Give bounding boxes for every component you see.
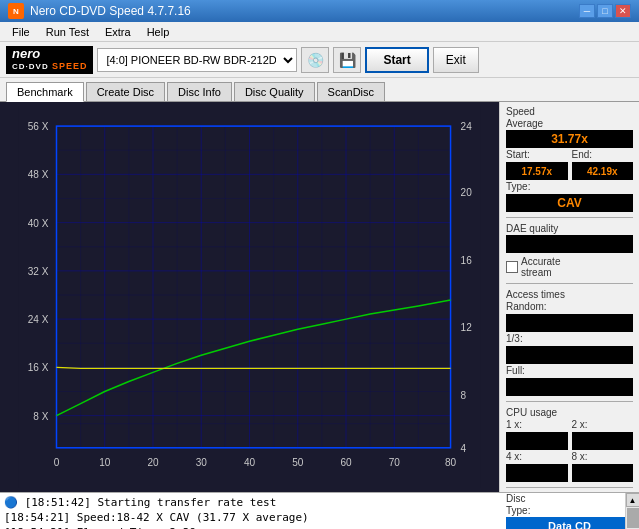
tab-create-disc[interactable]: Create Disc (86, 82, 165, 101)
end-value: 42.19x (572, 162, 634, 180)
full-label: Full: (506, 365, 633, 376)
log-line-2: [18:54:21] Speed:18-42 X CAV (31.77 X av… (4, 510, 621, 525)
svg-text:20: 20 (147, 457, 159, 468)
menu-bar: File Run Test Extra Help (0, 22, 639, 42)
tab-scan-disc[interactable]: ScanDisc (317, 82, 385, 101)
svg-text:80: 80 (445, 457, 457, 468)
svg-text:70: 70 (389, 457, 401, 468)
menu-file[interactable]: File (4, 24, 38, 40)
cpu1x-value (506, 432, 568, 450)
cpu-label: CPU usage (506, 407, 633, 418)
accurate-label: Accuratestream (521, 256, 560, 278)
random-label: Random: (506, 301, 633, 312)
main-area: 56 X 48 X 40 X 32 X 24 X 16 X 8 X 24 20 … (0, 102, 639, 492)
svg-text:60: 60 (340, 457, 352, 468)
speed-section: Speed Average 31.77x Start: 17.57x End: … (506, 106, 633, 212)
one-third-label: 1/3: (506, 333, 633, 344)
cpu1x-label: 1 x: (506, 419, 568, 430)
tab-disc-quality[interactable]: Disc Quality (234, 82, 315, 101)
app-icon: N (8, 3, 24, 19)
log-line-1: 🔵 [18:51:42] Starting transfer rate test (4, 495, 621, 510)
svg-text:10: 10 (99, 457, 111, 468)
log-content: 🔵 [18:51:42] Starting transfer rate test… (0, 493, 625, 529)
right-panel: Speed Average 31.77x Start: 17.57x End: … (499, 102, 639, 492)
svg-text:32 X: 32 X (28, 266, 49, 277)
title-bar: N Nero CD-DVD Speed 4.7.7.16 ─ □ ✕ (0, 0, 639, 22)
svg-text:16 X: 16 X (28, 362, 49, 373)
disc-icon-button[interactable]: 💿 (301, 47, 329, 73)
cpu4x-value (506, 464, 568, 482)
average-label: Average (506, 118, 633, 129)
tab-disc-info[interactable]: Disc Info (167, 82, 232, 101)
end-label: End: (572, 149, 634, 160)
title-bar-left: N Nero CD-DVD Speed 4.7.7.16 (8, 3, 191, 19)
svg-text:20: 20 (461, 187, 473, 198)
svg-text:40 X: 40 X (28, 218, 49, 229)
svg-text:30: 30 (196, 457, 208, 468)
cpu2x-value (572, 432, 634, 450)
menu-extra[interactable]: Extra (97, 24, 139, 40)
average-value: 31.77x (506, 130, 633, 148)
one-third-value (506, 346, 633, 364)
accurate-stream-checkbox[interactable] (506, 261, 518, 273)
svg-text:8: 8 (461, 390, 467, 401)
toolbar: nero CD·DVD SPEED [4:0] PIONEER BD-RW BD… (0, 42, 639, 78)
tab-benchmark[interactable]: Benchmark (6, 82, 84, 102)
dae-label: DAE quality (506, 223, 633, 234)
dae-section: DAE quality Accuratestream (506, 223, 633, 278)
menu-run-test[interactable]: Run Test (38, 24, 97, 40)
cpu8x-value (572, 464, 634, 482)
svg-text:24: 24 (461, 121, 473, 132)
chart-svg: 56 X 48 X 40 X 32 X 24 X 16 X 8 X 24 20 … (4, 106, 495, 488)
type-label: Type: (506, 181, 633, 192)
svg-text:40: 40 (244, 457, 256, 468)
cpu2x-label: 2 x: (572, 419, 634, 430)
log-scrollbar[interactable]: ▲ ▼ (625, 493, 639, 529)
maximize-button[interactable]: □ (597, 4, 613, 18)
chart-area: 56 X 48 X 40 X 32 X 24 X 16 X 8 X 24 20 … (0, 102, 499, 492)
menu-help[interactable]: Help (139, 24, 178, 40)
close-button[interactable]: ✕ (615, 4, 631, 18)
save-icon-button[interactable]: 💾 (333, 47, 361, 73)
scroll-thumb[interactable] (627, 508, 639, 528)
access-times-label: Access times (506, 289, 633, 300)
svg-text:4: 4 (461, 443, 467, 454)
type-value: CAV (506, 194, 633, 212)
cpu4x-label: 4 x: (506, 451, 568, 462)
svg-text:8 X: 8 X (33, 411, 48, 422)
random-value (506, 314, 633, 332)
svg-text:16: 16 (461, 255, 473, 266)
svg-text:24 X: 24 X (28, 314, 49, 325)
start-value: 17.57x (506, 162, 568, 180)
start-label: Start: (506, 149, 568, 160)
speed-label: Speed (506, 106, 633, 117)
minimize-button[interactable]: ─ (579, 4, 595, 18)
app-title: Nero CD-DVD Speed 4.7.7.16 (30, 4, 191, 18)
log-area: 🔵 [18:51:42] Starting transfer rate test… (0, 492, 639, 529)
drive-selector[interactable]: [4:0] PIONEER BD-RW BDR-212D 1.00 (97, 48, 297, 72)
tabs-bar: Benchmark Create Disc Disc Info Disc Qua… (0, 78, 639, 102)
access-times-section: Access times Random: 1/3: Full: (506, 289, 633, 396)
svg-text:56 X: 56 X (28, 121, 49, 132)
cpu-section: CPU usage 1 x: 2 x: 4 x: 8 x: (506, 407, 633, 482)
dae-value (506, 235, 633, 253)
accurate-stream-row: Accuratestream (506, 256, 633, 278)
svg-text:50: 50 (292, 457, 304, 468)
svg-text:48 X: 48 X (28, 169, 49, 180)
exit-button[interactable]: Exit (433, 47, 479, 73)
full-value (506, 378, 633, 396)
nero-logo: nero CD·DVD SPEED (6, 46, 93, 74)
scroll-up-button[interactable]: ▲ (626, 493, 640, 507)
cpu8x-label: 8 x: (572, 451, 634, 462)
log-line-3: [18:54:21] Elapsed Time: 2:39 (4, 525, 621, 529)
svg-text:0: 0 (54, 457, 60, 468)
scroll-track (626, 507, 639, 529)
start-button[interactable]: Start (365, 47, 428, 73)
title-bar-buttons[interactable]: ─ □ ✕ (579, 4, 631, 18)
svg-text:12: 12 (461, 322, 473, 333)
